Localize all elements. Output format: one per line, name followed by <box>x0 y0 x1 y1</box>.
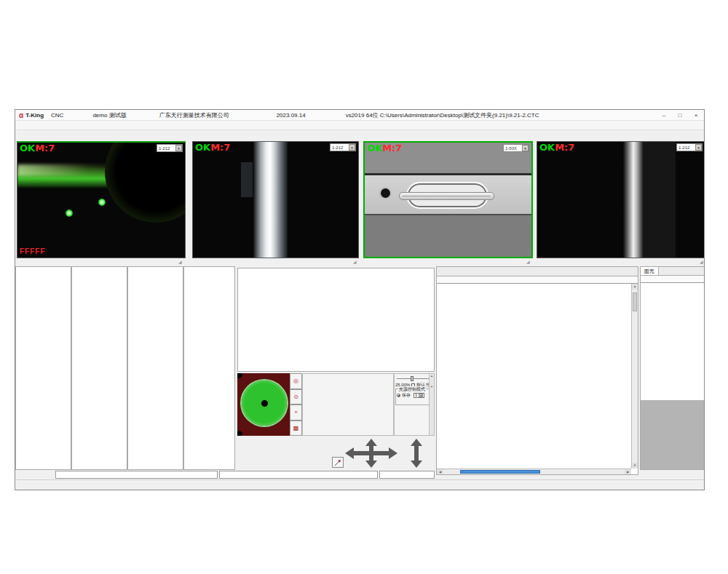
camera-status: OKM:7 <box>195 142 230 153</box>
tab-element[interactable]: 图元 <box>641 267 659 275</box>
grid-mode-button[interactable]: ▩ <box>290 420 302 437</box>
camera-status: OKM:7 <box>539 142 574 153</box>
chevron-down-icon[interactable]: ▾ <box>695 144 702 151</box>
bottom-strip <box>15 470 704 479</box>
light-mode-group-label: 光源控制模式 <box>398 386 426 393</box>
element-panel-footer <box>641 400 705 469</box>
resize-grip-icon[interactable]: ◢ <box>526 259 530 264</box>
green-dot <box>66 210 73 217</box>
jog-arrows-icon[interactable] <box>345 439 427 468</box>
chevron-down-icon[interactable]: ▾ <box>349 144 355 151</box>
lower-surface <box>365 215 531 257</box>
camera-view-4[interactable]: OKM:7 1-212▾ <box>537 141 705 258</box>
feature-list-2 <box>71 266 127 470</box>
coax-mode-button[interactable]: ⊙ <box>290 389 302 405</box>
camera-status: OKM:7 <box>367 143 402 154</box>
results-tabs <box>437 267 638 276</box>
company-name: 广东天行测量技术有限公司 <box>159 111 229 119</box>
close-button[interactable]: × <box>688 111 704 120</box>
light-sliders <box>302 373 394 436</box>
camera-view-3-active[interactable]: OKM:7 1-50X▾ <box>363 141 533 258</box>
bright-edge <box>623 142 644 258</box>
light-mode-buttons: ◎ ⊙ + ▩ <box>290 373 302 436</box>
pin-feature <box>399 192 494 200</box>
camera-view-2[interactable]: OKM:7 1-212▾ <box>192 141 359 258</box>
hole-feature <box>381 188 390 198</box>
list-footer-box <box>219 471 378 479</box>
camera-zoom-select[interactable]: 1-50X▾ <box>503 144 529 152</box>
save-slot-select[interactable]: 1▾ <box>414 393 424 398</box>
diagonal-move-button[interactable] <box>332 457 344 468</box>
radio-icon[interactable] <box>397 394 400 397</box>
light-center-dot <box>261 400 268 407</box>
camera-zoom-select[interactable]: 1-212▾ <box>157 144 183 152</box>
title-date: 2023.09.14 <box>277 112 306 119</box>
file-path: vs2019 64位 C:\Users\Administrator\Deskto… <box>346 111 539 119</box>
resize-grip-icon[interactable]: ◢ <box>700 259 703 264</box>
light-preview[interactable] <box>237 373 290 436</box>
feature-list-3 <box>127 266 183 470</box>
camera-view-1[interactable]: OKM:7 1-212▾ FFFFF <box>17 141 186 258</box>
menu-bar <box>15 121 704 130</box>
ring-mode-button[interactable]: ◎ <box>290 373 302 389</box>
camera-zoom-select[interactable]: 1-212▾ <box>676 143 703 151</box>
results-vscrollbar[interactable]: ▲▼ <box>631 284 638 469</box>
element-panel: 图元 <box>640 266 705 470</box>
status-bar <box>15 479 704 490</box>
green-dot <box>98 199 106 206</box>
metal-rod <box>253 142 288 258</box>
feature-list-1 <box>15 266 71 470</box>
feature-list-4 <box>183 266 235 470</box>
chevron-down-icon[interactable]: ▾ <box>175 145 182 151</box>
part-shadow <box>105 141 186 223</box>
master-brightness-slider[interactable] <box>397 375 432 381</box>
camera-flag-text: FFFFF <box>20 247 46 255</box>
app-logo-icon: α <box>19 111 23 119</box>
maximize-button[interactable]: □ <box>672 111 688 120</box>
corner-dot <box>237 431 242 436</box>
app-version: demo 测试版 <box>92 111 126 119</box>
part-edge <box>241 162 253 197</box>
chevron-down-icon[interactable]: ▾ <box>419 394 423 397</box>
app-name: T-King <box>25 112 44 119</box>
measure-toolbox <box>237 268 435 372</box>
results-header <box>437 276 638 284</box>
light-mode-group: 光源控制模式 保存 1▾ <box>395 388 433 405</box>
corner-dot <box>237 373 242 378</box>
title-bar: α T-King CNC demo 测试版 广东天行测量技术有限公司 2023.… <box>15 110 704 121</box>
camera-zoom-select[interactable]: 1-212▾ <box>330 143 356 151</box>
options-scrollbar[interactable]: ▲▼ <box>429 374 434 435</box>
dim-column <box>644 142 676 258</box>
list-footer-box <box>55 471 218 479</box>
dro-panel <box>237 436 435 470</box>
camera-status: OKM:7 <box>20 143 55 154</box>
list-footer-box <box>379 471 435 479</box>
results-table-panel: ▲▼ ◀▶ <box>436 266 638 475</box>
resize-grip-icon[interactable]: ◢ <box>178 259 182 264</box>
app-mode: CNC <box>51 112 63 119</box>
chevron-down-icon[interactable]: ▾ <box>522 145 529 151</box>
light-options: 25.00% 默认当前模式 光源控制模式 保存 1▾ ▲▼ <box>394 373 435 436</box>
app-window: α T-King CNC demo 测试版 广东天行测量技术有限公司 2023.… <box>15 109 705 490</box>
minimize-button[interactable]: – <box>656 111 672 120</box>
resize-grip-icon[interactable]: ◢ <box>353 259 357 264</box>
cross-mode-button[interactable]: + <box>290 404 302 420</box>
